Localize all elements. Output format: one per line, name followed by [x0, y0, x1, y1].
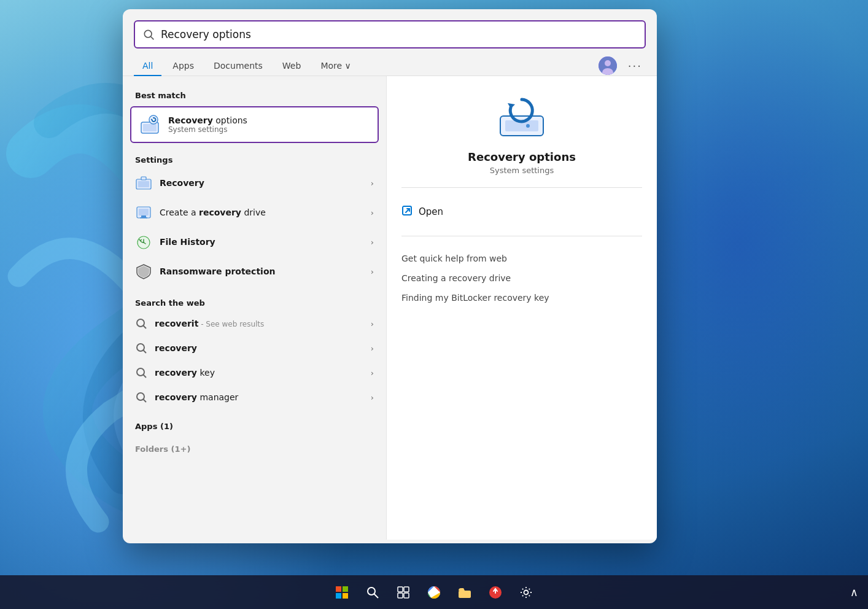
more-options-button[interactable]: ··· — [624, 57, 646, 75]
svg-point-46 — [524, 590, 529, 594]
svg-line-1 — [151, 37, 154, 40]
search-input[interactable]: Recovery options — [161, 28, 637, 41]
detail-subtitle: System settings — [401, 166, 642, 175]
tabs-row: All Apps Documents Web More ∨ ··· — [123, 48, 657, 76]
create-recovery-text: Create a recovery drive — [160, 208, 363, 217]
detail-divider2 — [401, 236, 642, 236]
tab-documents[interactable]: Documents — [205, 56, 271, 76]
open-label: Open — [419, 206, 443, 217]
svg-rect-6 — [143, 124, 157, 131]
create-recovery-icon — [135, 204, 152, 221]
svg-rect-33 — [343, 586, 348, 592]
svg-point-3 — [605, 60, 611, 66]
recovery-settings-icon — [139, 114, 161, 136]
best-match-label: Best match — [123, 86, 386, 104]
svg-rect-9 — [138, 181, 149, 187]
search-web-icon-recoverit — [135, 317, 147, 330]
web-item-recoverit[interactable]: recoverit - See web results › — [123, 311, 386, 336]
search-web-icon-recovery-manager — [135, 391, 147, 403]
web-item-recovery-key[interactable]: recovery key › — [123, 360, 386, 385]
svg-point-20 — [137, 344, 144, 351]
svg-line-23 — [144, 375, 147, 378]
ransomware-chevron-icon: › — [371, 267, 374, 276]
avatar[interactable] — [599, 56, 617, 75]
recovery-chevron-icon: › — [371, 179, 374, 188]
svg-point-28 — [526, 124, 530, 128]
recovery-manager-chevron-icon: › — [371, 393, 374, 402]
bitlocker-recovery-link[interactable]: Finding my BitLocker recovery key — [401, 288, 642, 308]
taskbar-settings-button[interactable] — [513, 579, 540, 606]
search-bar[interactable]: Recovery options — [134, 20, 646, 48]
svg-rect-32 — [336, 586, 341, 592]
svg-point-36 — [368, 588, 375, 595]
svg-rect-40 — [398, 593, 403, 598]
detail-title: Recovery options — [401, 150, 642, 163]
web-item-recovery[interactable]: recovery › — [123, 336, 386, 360]
best-match-subtitle: System settings — [168, 125, 247, 134]
taskbar-search-button[interactable] — [359, 579, 386, 606]
file-history-icon — [135, 233, 152, 250]
svg-point-0 — [144, 30, 152, 37]
ransomware-icon — [135, 263, 152, 280]
app5-button[interactable] — [482, 579, 509, 606]
tab-apps[interactable]: Apps — [164, 56, 203, 76]
files-button[interactable] — [451, 579, 478, 606]
svg-line-37 — [374, 594, 379, 598]
web-help-link[interactable]: Get quick help from web — [401, 249, 642, 268]
create-recovery-chevron-icon: › — [371, 208, 374, 217]
svg-marker-29 — [508, 103, 515, 109]
tabs-right-area: ··· — [599, 56, 646, 75]
file-history-text: File History — [160, 237, 363, 247]
creating-recovery-link[interactable]: Creating a recovery drive — [401, 268, 642, 288]
best-match-title: Recovery options — [168, 115, 247, 125]
best-match-item[interactable]: Recovery options System settings — [130, 106, 379, 143]
best-match-text: Recovery options System settings — [168, 115, 247, 134]
tab-more[interactable]: More ∨ — [312, 56, 359, 76]
recovery-chevron-icon2: › — [371, 344, 374, 353]
search-web-icon-recovery — [135, 342, 147, 354]
svg-rect-35 — [343, 593, 348, 599]
left-panel: Best match Recovery options System — [123, 76, 387, 540]
folders-label: Folders (1+) — [123, 440, 386, 457]
web-item-recovery-manager[interactable]: recovery manager › — [123, 385, 386, 409]
file-history-chevron-icon: › — [371, 238, 374, 247]
open-action[interactable]: Open — [401, 200, 642, 223]
task-view-button[interactable] — [390, 579, 417, 606]
tab-web[interactable]: Web — [274, 56, 310, 76]
open-icon — [401, 205, 413, 219]
settings-item-file-history[interactable]: File History › — [123, 227, 386, 257]
svg-point-7 — [149, 115, 158, 124]
recovery-text: recovery — [155, 343, 363, 353]
svg-point-24 — [137, 393, 144, 400]
svg-point-18 — [137, 319, 144, 327]
search-web-icon-recovery-key — [135, 367, 147, 379]
svg-rect-13 — [141, 215, 146, 217]
svg-rect-34 — [336, 593, 341, 599]
taskbar: ∧ — [0, 575, 868, 609]
svg-rect-10 — [141, 177, 146, 180]
tab-all[interactable]: All — [134, 56, 161, 76]
recoverit-chevron-icon: › — [371, 319, 374, 328]
settings-item-create-recovery[interactable]: Create a recovery drive › — [123, 198, 386, 227]
recoverit-text: recoverit - See web results — [155, 319, 363, 328]
svg-rect-38 — [398, 587, 403, 592]
settings-item-recovery[interactable]: Recovery › — [123, 168, 386, 198]
svg-point-22 — [137, 368, 144, 376]
right-panel: Recovery options System settings Open Ge… — [387, 76, 657, 540]
recovery-key-chevron-icon: › — [371, 368, 374, 378]
start-button[interactable] — [328, 579, 355, 606]
settings-item-ransomware[interactable]: Ransomware protection › — [123, 257, 386, 286]
chevron-down-icon: ∨ — [345, 61, 351, 71]
search-web-label: Search the web — [123, 293, 386, 311]
search-icon — [142, 28, 155, 41]
recovery-icon — [135, 174, 152, 192]
taskbar-chevron-icon: ∧ — [850, 586, 858, 599]
recovery-key-text: recovery key — [155, 368, 363, 378]
detail-divider — [401, 187, 642, 188]
svg-line-21 — [144, 351, 147, 354]
svg-point-43 — [432, 590, 436, 595]
chrome-button[interactable] — [420, 579, 448, 606]
main-content: Best match Recovery options System — [123, 76, 657, 540]
apps-label: Apps (1) — [123, 417, 386, 435]
detail-recovery-icon — [494, 95, 549, 141]
